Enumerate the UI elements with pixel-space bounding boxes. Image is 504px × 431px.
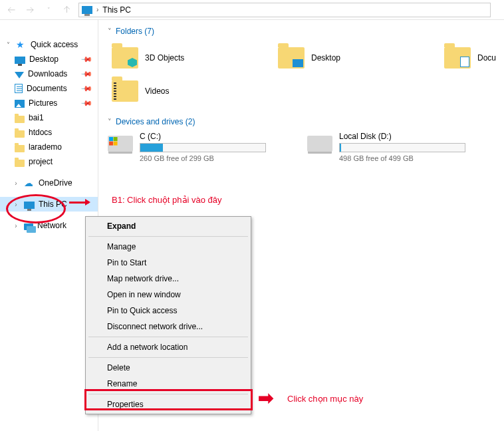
ctx-properties[interactable]: Properties xyxy=(87,396,249,412)
ctx-rename[interactable]: Rename xyxy=(87,376,249,392)
section-title-text: Folders (7) xyxy=(116,27,154,36)
sidebar-item-label: project xyxy=(29,157,53,166)
chevron-right-icon[interactable]: › xyxy=(12,201,20,208)
annotation-text-b2: Click chọn mục này xyxy=(287,394,363,404)
folder-3d-objects[interactable]: 3D Objects xyxy=(108,41,274,74)
ctx-add-location[interactable]: Add a network location xyxy=(87,339,249,355)
drive-d[interactable]: Local Disk (D:) 498 GB free of 499 GB xyxy=(307,132,480,162)
ctx-pin-start[interactable]: Pin to Start xyxy=(87,255,249,271)
sidebar-item-project[interactable]: project xyxy=(0,154,98,169)
sidebar-item-label: Quick access xyxy=(31,40,78,49)
context-menu: Expand Manage Pin to Start Map network d… xyxy=(85,216,251,414)
section-title-text: Devices and drives (2) xyxy=(116,117,195,126)
sidebar-item-label: This PC xyxy=(39,200,67,209)
sidebar-item-pictures[interactable]: Pictures 📌 xyxy=(0,96,98,110)
sidebar-item-label: Documents xyxy=(27,84,67,93)
sidebar-item-bai1[interactable]: bai1 xyxy=(0,110,98,125)
sidebar-item-label: Pictures xyxy=(29,98,57,108)
folder-label: Videos xyxy=(145,86,169,96)
folder-label: Desktop xyxy=(311,53,340,63)
sidebar-quick-access[interactable]: ˅ ★ Quick access xyxy=(0,37,98,52)
folder-label: 3D Objects xyxy=(145,53,184,63)
document-icon xyxy=(15,84,23,93)
sidebar-item-htdocs[interactable]: htdocs xyxy=(0,125,98,140)
chevron-down-icon: ˅ xyxy=(108,27,112,36)
nav-sidebar: ˅ ★ Quick access Desktop 📌 Downloads 📌 D… xyxy=(0,20,98,431)
chevron-right-icon[interactable]: › xyxy=(12,180,20,187)
drive-usage-bar xyxy=(140,143,266,152)
separator xyxy=(88,337,248,337)
folder-videos[interactable]: Videos xyxy=(108,74,274,108)
drives-section-header[interactable]: ˅ Devices and drives (2) xyxy=(108,117,504,126)
sidebar-item-network[interactable]: › Network xyxy=(0,218,98,233)
ctx-manage[interactable]: Manage xyxy=(87,239,249,255)
sidebar-item-label: Desktop xyxy=(29,55,59,64)
drive-icon xyxy=(108,136,133,152)
annotation-arrow xyxy=(69,202,89,204)
folder-icon xyxy=(15,160,25,167)
sidebar-item-larademo[interactable]: larademo xyxy=(0,140,98,154)
sidebar-item-label: Network xyxy=(37,221,66,230)
chevron-right-icon[interactable]: › xyxy=(12,222,20,229)
folder-documents[interactable]: Docu xyxy=(440,41,500,74)
sidebar-item-label: htdocs xyxy=(29,128,52,137)
desktop-icon xyxy=(15,57,25,64)
folder-icon xyxy=(15,116,25,123)
chevron-down-icon[interactable]: ˅ xyxy=(4,41,12,49)
ctx-open-new[interactable]: Open in new window xyxy=(87,287,249,303)
back-button[interactable]: 🡠 xyxy=(4,3,19,17)
separator xyxy=(88,357,248,358)
pc-icon xyxy=(24,202,35,209)
sidebar-item-label: larademo xyxy=(29,142,62,152)
sidebar-item-label: Downloads xyxy=(28,69,67,78)
separator xyxy=(88,236,248,237)
ctx-expand[interactable]: Expand xyxy=(87,218,249,234)
folder-icon xyxy=(15,130,25,138)
folder-icon xyxy=(444,47,471,69)
annotation-arrow-right: ➡ xyxy=(258,387,273,409)
drive-usage-bar xyxy=(339,143,465,152)
folder-label: Docu xyxy=(477,53,496,63)
folder-icon xyxy=(112,47,138,69)
forward-button[interactable]: 🡢 xyxy=(23,3,37,17)
up-button[interactable]: 🡡 xyxy=(60,3,74,17)
chevron-down-icon: ˅ xyxy=(108,118,112,126)
drive-label: C (C:) xyxy=(140,132,266,141)
star-icon: ★ xyxy=(16,39,27,50)
sidebar-item-documents[interactable]: Documents 📌 xyxy=(0,81,98,96)
address-bar: 🡠 🡢 ˅ 🡡 › This PC xyxy=(0,0,504,20)
sidebar-item-onedrive[interactable]: › ☁ OneDrive xyxy=(0,176,98,190)
download-icon xyxy=(15,72,24,78)
sidebar-item-this-pc[interactable]: › This PC xyxy=(0,197,98,212)
drive-free-text: 260 GB free of 299 GB xyxy=(140,154,266,162)
address-input[interactable]: › This PC xyxy=(78,3,491,17)
sidebar-item-label: bai1 xyxy=(29,113,44,122)
breadcrumb-this-pc[interactable]: This PC xyxy=(102,5,131,15)
sidebar-item-desktop[interactable]: Desktop 📌 xyxy=(0,52,98,67)
annotation-text-b1: B1: Click chuột phải vào đây xyxy=(112,195,222,205)
separator xyxy=(88,394,248,394)
chevron-right-icon: › xyxy=(96,6,98,13)
folder-desktop[interactable]: Desktop xyxy=(274,41,440,74)
folder-icon xyxy=(278,47,305,69)
sidebar-item-label: OneDrive xyxy=(39,178,72,188)
network-icon xyxy=(24,223,33,230)
pin-icon: 📌 xyxy=(80,53,92,65)
drive-label: Local Disk (D:) xyxy=(339,132,465,141)
ctx-delete[interactable]: Delete xyxy=(87,360,249,376)
ctx-map-drive[interactable]: Map network drive... xyxy=(87,271,249,287)
folder-icon xyxy=(15,145,25,152)
pc-icon xyxy=(82,6,92,14)
ctx-disconnect[interactable]: Disconnect network drive... xyxy=(87,319,249,335)
picture-icon xyxy=(15,100,25,108)
ctx-pin-qa[interactable]: Pin to Quick access xyxy=(87,303,249,319)
sidebar-item-downloads[interactable]: Downloads 📌 xyxy=(0,67,98,81)
pin-icon: 📌 xyxy=(80,67,92,80)
pin-icon: 📌 xyxy=(80,82,92,94)
pin-icon: 📌 xyxy=(80,96,92,109)
drive-free-text: 498 GB free of 499 GB xyxy=(339,154,465,162)
recent-dropdown[interactable]: ˅ xyxy=(41,3,56,17)
folder-icon xyxy=(112,80,138,102)
drive-c[interactable]: C (C:) 260 GB free of 299 GB xyxy=(108,132,281,162)
folders-section-header[interactable]: ˅ Folders (7) xyxy=(108,27,504,36)
